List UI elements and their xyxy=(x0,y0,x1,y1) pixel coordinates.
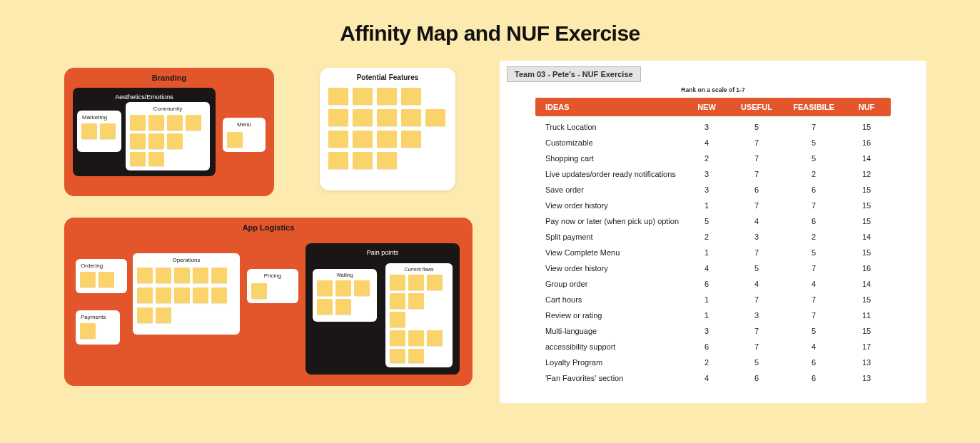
painpoints-card: Pain points Waiting Current flaws xyxy=(305,243,460,375)
nuf-tag: Team 03 - Pete's - NUF Exercise xyxy=(507,66,641,82)
aesthetics-card: Aesthetics/Emotions Marketing Community xyxy=(73,88,216,176)
sticky xyxy=(390,349,405,363)
cell-nuf: 13 xyxy=(842,358,891,367)
cell-useful: 5 xyxy=(728,264,785,273)
cell-nuf: 13 xyxy=(842,374,891,382)
cell-nuf: 14 xyxy=(842,154,891,163)
cell-idea: 'Fan Favorites' section xyxy=(535,374,685,382)
cell-feasible: 5 xyxy=(785,327,842,335)
col-feasible: FEASIBILE xyxy=(785,103,842,111)
cell-useful: 7 xyxy=(728,295,785,304)
left-column: Branding Aesthetics/Emotions Marketing C… xyxy=(0,61,500,403)
table-row: Loyalty Program25613 xyxy=(535,355,891,370)
table-row: Save order36615 xyxy=(535,182,891,198)
cell-new: 2 xyxy=(685,233,728,241)
sticky xyxy=(148,152,164,166)
cell-useful: 7 xyxy=(728,327,785,335)
potential-features-card: Potential Features xyxy=(320,68,455,190)
sticky xyxy=(193,268,208,283)
sticky xyxy=(156,268,171,283)
sticky xyxy=(167,133,183,149)
table-row: Split payment23214 xyxy=(535,229,891,245)
cell-idea: Loyalty Program xyxy=(535,358,685,367)
sticky xyxy=(427,275,443,290)
cell-idea: Cart hours xyxy=(535,295,685,304)
cell-feasible: 6 xyxy=(785,374,842,382)
cell-feasible: 5 xyxy=(785,154,842,163)
cell-new: 3 xyxy=(685,123,728,131)
table-row: Multi-language37515 xyxy=(535,323,891,339)
cell-feasible: 4 xyxy=(785,342,842,351)
cell-idea: Save order xyxy=(535,185,685,194)
logistics-title: App Logistics xyxy=(64,218,473,232)
currentflaws-card: Current flaws xyxy=(385,263,453,367)
sticky xyxy=(174,268,190,283)
cell-new: 1 xyxy=(685,201,728,210)
community-title: Community xyxy=(126,102,210,114)
cell-feasible: 5 xyxy=(785,138,842,147)
pricing-card: Pricing xyxy=(247,269,298,303)
sticky xyxy=(130,152,146,166)
cell-feasible: 4 xyxy=(785,280,842,288)
cell-feasible: 2 xyxy=(785,170,842,178)
cell-idea: View order history xyxy=(535,264,685,273)
sticky xyxy=(130,115,146,131)
cell-idea: View order history xyxy=(535,201,685,210)
cell-feasible: 6 xyxy=(785,185,842,194)
painpoints-title: Pain points xyxy=(305,243,460,256)
cell-nuf: 15 xyxy=(842,327,891,335)
sticky xyxy=(390,330,405,346)
sticky xyxy=(227,132,243,148)
page-title: Affinity Map and NUF Exercise xyxy=(0,0,980,46)
sticky xyxy=(401,109,421,126)
operations-title: Operations xyxy=(133,253,240,265)
sticky xyxy=(425,109,445,126)
table-row: Live updates/order ready notifications37… xyxy=(535,166,891,182)
sticky xyxy=(401,88,421,105)
payments-title: Payments xyxy=(76,310,120,322)
cell-new: 4 xyxy=(685,138,728,147)
cell-idea: Multi-language xyxy=(535,327,685,335)
cell-nuf: 14 xyxy=(842,233,891,241)
waiting-title: Waiting xyxy=(313,269,377,280)
cell-feasible: 7 xyxy=(785,311,842,320)
cell-new: 5 xyxy=(685,217,728,225)
col-ideas: IDEAS xyxy=(535,103,685,111)
sticky xyxy=(148,133,164,149)
cell-nuf: 16 xyxy=(842,138,891,147)
sticky xyxy=(137,307,153,323)
cell-useful: 7 xyxy=(728,342,785,351)
sticky xyxy=(100,123,116,139)
sticky xyxy=(353,88,373,105)
sticky xyxy=(186,115,201,131)
cell-nuf: 15 xyxy=(842,248,891,257)
cell-feasible: 7 xyxy=(785,201,842,210)
ordering-card: Ordering xyxy=(76,259,127,293)
sticky xyxy=(130,133,146,149)
cell-new: 1 xyxy=(685,295,728,304)
cell-idea: Customizable xyxy=(535,138,685,147)
cell-useful: 5 xyxy=(728,123,785,131)
sticky xyxy=(377,131,397,148)
table-row: Shopping cart27514 xyxy=(535,151,891,166)
cell-nuf: 11 xyxy=(842,311,891,320)
cell-new: 6 xyxy=(685,342,728,351)
cell-nuf: 14 xyxy=(842,280,891,288)
sticky xyxy=(390,293,405,309)
cell-idea: Truck Location xyxy=(535,123,685,131)
operations-card: Operations xyxy=(133,253,240,335)
branding-title: Branding xyxy=(64,68,274,82)
table-row: Truck Location35715 xyxy=(535,119,891,135)
sticky xyxy=(98,272,114,287)
table-row: 'Fan Favorites' section46613 xyxy=(535,370,891,386)
sticky xyxy=(328,131,348,148)
nuf-panel: Team 03 - Pete's - NUF Exercise Rank on … xyxy=(500,61,926,403)
cell-useful: 7 xyxy=(728,201,785,210)
cell-idea: Group order xyxy=(535,280,685,288)
sticky xyxy=(408,330,424,346)
branding-card: Branding Aesthetics/Emotions Marketing C… xyxy=(64,68,274,196)
sticky xyxy=(137,268,153,283)
sticky xyxy=(81,123,97,139)
cell-useful: 7 xyxy=(728,248,785,257)
sticky xyxy=(377,88,397,105)
